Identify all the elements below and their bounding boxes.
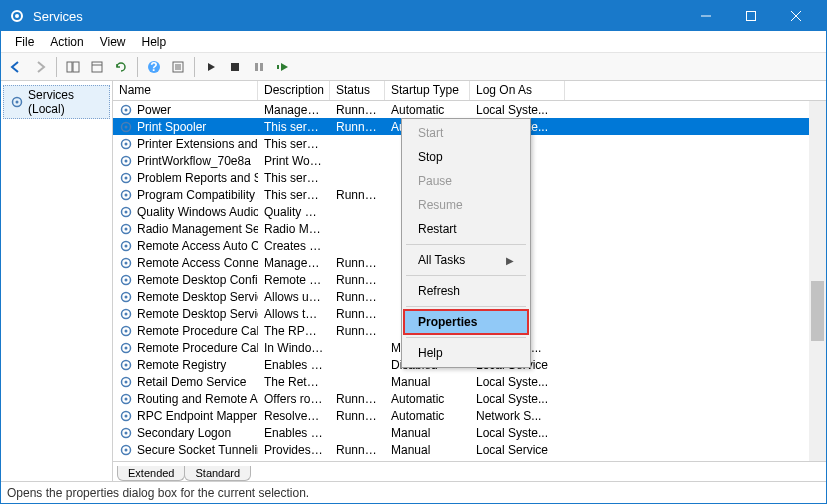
ctx-resume[interactable]: Resume (404, 193, 528, 217)
stop-service-button[interactable] (224, 56, 246, 78)
help-button[interactable]: ? (143, 56, 165, 78)
toolbar: ? (1, 53, 826, 81)
ctx-all-tasks[interactable]: All Tasks▶ (404, 248, 528, 272)
cell-status: Running (330, 273, 385, 287)
svg-point-63 (125, 448, 128, 451)
svg-point-35 (125, 210, 128, 213)
tab-standard[interactable]: Standard (184, 466, 251, 481)
titlebar: Services (1, 1, 826, 31)
cell-status: Running (330, 392, 385, 406)
menu-file[interactable]: File (7, 33, 42, 51)
cell-status: Running (330, 188, 385, 202)
service-row[interactable]: RPC Endpoint MapperResolves RP...Running… (113, 407, 826, 424)
cell-startup-type: Manual (385, 375, 470, 389)
cell-description: The startup ... (258, 460, 330, 462)
service-row[interactable]: Secure Socket Tunneling Pr...Provides su… (113, 441, 826, 458)
svg-rect-18 (260, 63, 263, 71)
maximize-button[interactable] (728, 1, 773, 31)
ctx-start[interactable]: Start (404, 121, 528, 145)
ctx-refresh[interactable]: Refresh (404, 279, 528, 303)
pause-service-button[interactable] (248, 56, 270, 78)
svg-point-25 (125, 125, 128, 128)
forward-button[interactable] (29, 56, 51, 78)
svg-point-41 (125, 261, 128, 264)
svg-rect-7 (73, 62, 79, 72)
ctx-stop[interactable]: Stop (404, 145, 528, 169)
close-button[interactable] (773, 1, 818, 31)
col-startup-type[interactable]: Startup Type (385, 81, 470, 100)
start-service-button[interactable] (200, 56, 222, 78)
cell-description: Quality Win... (258, 205, 330, 219)
ctx-pause[interactable]: Pause (404, 169, 528, 193)
cell-description: Allows user... (258, 290, 330, 304)
cell-name: Security Accounts Manager (113, 460, 258, 462)
export-list-button[interactable] (86, 56, 108, 78)
submenu-arrow-icon: ▶ (506, 255, 514, 266)
toolbar-separator (56, 57, 57, 77)
cell-name: Program Compatibility Assi... (113, 188, 258, 202)
gear-icon (119, 256, 133, 270)
cell-status: Running (330, 290, 385, 304)
ctx-help[interactable]: Help (404, 341, 528, 365)
tab-extended[interactable]: Extended (117, 466, 185, 481)
gear-icon (119, 222, 133, 236)
svg-point-1 (15, 14, 19, 18)
cell-description: Enables star... (258, 426, 330, 440)
back-button[interactable] (5, 56, 27, 78)
cell-name: Power (113, 103, 258, 117)
properties-button[interactable] (167, 56, 189, 78)
menu-view[interactable]: View (92, 33, 134, 51)
gear-icon (119, 409, 133, 423)
cell-status: Running (330, 103, 385, 117)
cell-status: Running (330, 307, 385, 321)
restart-service-button[interactable] (272, 56, 294, 78)
cell-description: Radio Mana... (258, 222, 330, 236)
cell-description: Resolves RP... (258, 409, 330, 423)
service-row[interactable]: Routing and Remote AccessOffers routi...… (113, 390, 826, 407)
refresh-button[interactable] (110, 56, 132, 78)
service-row[interactable]: Security Accounts ManagerThe startup ...… (113, 458, 826, 461)
svg-point-33 (125, 193, 128, 196)
menu-action[interactable]: Action (42, 33, 91, 51)
cell-description: Offers routi... (258, 392, 330, 406)
service-row[interactable]: Retail Demo ServiceThe Retail D...Manual… (113, 373, 826, 390)
gear-icon (119, 188, 133, 202)
col-description[interactable]: Description (258, 81, 330, 100)
col-log-on-as[interactable]: Log On As (470, 81, 565, 100)
scrollbar-thumb[interactable] (811, 281, 824, 341)
cell-status: Running (330, 256, 385, 270)
ctx-properties[interactable]: Properties (404, 310, 528, 334)
cell-name: Remote Registry (113, 358, 258, 372)
cell-log-on-as: Local Syste... (470, 426, 565, 440)
vertical-scrollbar[interactable] (809, 101, 826, 461)
ctx-separator (406, 275, 526, 276)
service-row[interactable]: PowerManages p...RunningAutomaticLocal S… (113, 101, 826, 118)
cell-description: In Windows... (258, 341, 330, 355)
menubar: File Action View Help (1, 31, 826, 53)
cell-description: The Retail D... (258, 375, 330, 389)
gear-icon (119, 443, 133, 457)
ctx-restart[interactable]: Restart (404, 217, 528, 241)
show-hide-tree-button[interactable] (62, 56, 84, 78)
minimize-button[interactable] (683, 1, 728, 31)
cell-startup-type: Manual (385, 443, 470, 457)
svg-point-51 (125, 346, 128, 349)
cell-name: RPC Endpoint Mapper (113, 409, 258, 423)
gear-icon (119, 375, 133, 389)
col-status[interactable]: Status (330, 81, 385, 100)
statusbar-text: Opens the properties dialog box for the … (7, 486, 309, 500)
tree-node-services-local[interactable]: Services (Local) (3, 85, 110, 119)
gear-icon (119, 137, 133, 151)
svg-point-39 (125, 244, 128, 247)
menu-help[interactable]: Help (134, 33, 175, 51)
gear-icon (119, 358, 133, 372)
col-name[interactable]: Name (113, 81, 258, 100)
cell-name: Secondary Logon (113, 426, 258, 440)
svg-point-47 (125, 312, 128, 315)
cell-name: Problem Reports and Soluti... (113, 171, 258, 185)
cell-name: Radio Management Service (113, 222, 258, 236)
svg-point-31 (125, 176, 128, 179)
svg-point-61 (125, 431, 128, 434)
ctx-separator (406, 337, 526, 338)
service-row[interactable]: Secondary LogonEnables star...ManualLoca… (113, 424, 826, 441)
